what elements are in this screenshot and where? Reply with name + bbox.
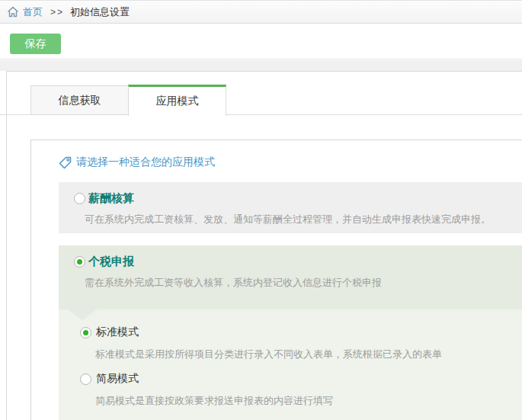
toolbar-gap-strip xyxy=(0,60,522,71)
radio-simple-mode[interactable] xyxy=(80,374,91,385)
selected-option-pointer xyxy=(68,309,97,320)
mode-prompt-text: 请选择一种适合您的应用模式 xyxy=(76,155,215,169)
tab-application-mode-label: 应用模式 xyxy=(156,95,199,108)
tax-sub-options-panel: 标准模式 标准模式是采用按所得项目分类进行录入不同收入表单，系统根据已录入的表单… xyxy=(59,309,522,420)
toolbar: 保存 xyxy=(0,24,522,59)
save-button[interactable]: 保存 xyxy=(10,34,61,54)
option-tax-declaration[interactable]: 个税申报 需在系统外完成工资等收入核算，系统内登记收入信息进行个税申报 xyxy=(59,245,522,309)
option-payroll-desc: 可在系统内完成工资核算、发放、通知等薪酬全过程管理，并自动生成申报表快速完成申报… xyxy=(59,206,522,226)
option-payroll-accounting[interactable]: 薪酬核算 可在系统内完成工资核算、发放、通知等薪酬全过程管理，并自动生成申报表快… xyxy=(59,182,522,233)
radio-payroll-accounting[interactable] xyxy=(74,193,85,204)
radio-tax-declaration[interactable] xyxy=(74,256,85,268)
tab-application-mode[interactable]: 应用模式 xyxy=(128,85,226,116)
breadcrumb-current: 初始信息设置 xyxy=(70,5,130,19)
simple-mode-label[interactable]: 简易模式 xyxy=(96,372,139,386)
tab-info-acquisition-label: 信息获取 xyxy=(59,94,101,107)
breadcrumb-separator: >> xyxy=(50,7,64,18)
tag-icon xyxy=(59,156,72,169)
standard-mode-desc: 标准模式是采用按所得项目分类进行录入不同收入表单，系统根据已录入的表单 xyxy=(59,339,522,361)
mode-selection-box: 请选择一种适合您的应用模式 薪酬核算 可在系统内完成工资核算、发放、通知等薪酬全… xyxy=(30,139,522,420)
home-icon xyxy=(7,6,19,18)
sub-option-simple: 简易模式 xyxy=(59,361,522,386)
breadcrumb-home-link[interactable]: 首页 xyxy=(7,5,43,19)
breadcrumb: 首页 >> 初始信息设置 xyxy=(0,0,522,24)
mode-prompt: 请选择一种适合您的应用模式 xyxy=(59,155,215,169)
breadcrumb-home-label: 首页 xyxy=(23,5,43,19)
option-payroll-header: 薪酬核算 xyxy=(59,182,522,206)
option-payroll-title[interactable]: 薪酬核算 xyxy=(88,191,134,206)
option-tax-header: 个税申报 xyxy=(59,245,522,269)
radio-standard-mode[interactable] xyxy=(80,327,91,338)
tab-info-acquisition[interactable]: 信息获取 xyxy=(30,85,129,115)
sub-option-standard: 标准模式 xyxy=(59,309,522,339)
option-tax-title[interactable]: 个税申报 xyxy=(88,255,134,269)
option-tax-desc: 需在系统外完成工资等收入核算，系统内登记收入信息进行个税申报 xyxy=(59,269,522,290)
app-window: 首页 >> 初始信息设置 保存 信息获取 应用模式 请选择一种适合您的应用模式 xyxy=(0,0,522,420)
standard-mode-label[interactable]: 标准模式 xyxy=(96,325,139,339)
simple-mode-desc: 简易模式是直接按政策要求报送申报表的内容进行填写 xyxy=(59,386,522,408)
